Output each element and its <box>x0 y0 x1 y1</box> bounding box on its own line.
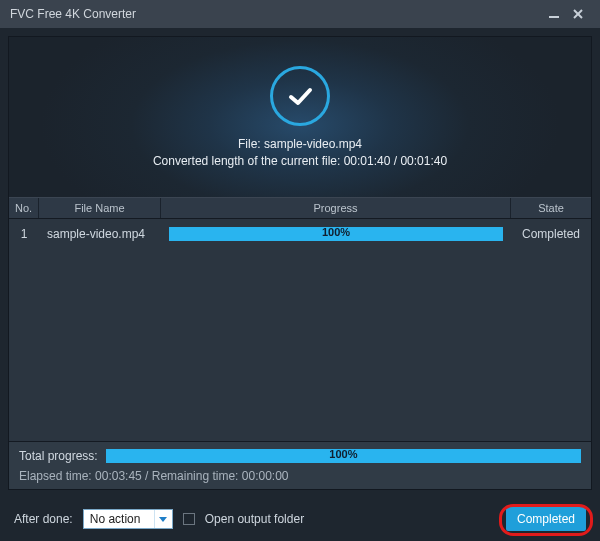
cell-state: Completed <box>511 227 591 241</box>
completed-button[interactable]: Completed <box>506 507 586 531</box>
col-no: No. <box>9 198 39 218</box>
after-done-value: No action <box>90 512 141 526</box>
col-progress: Progress <box>161 198 511 218</box>
app-title: FVC Free 4K Converter <box>10 7 136 21</box>
col-file-name: File Name <box>39 198 161 218</box>
status-hero: File: sample-video.mp4 Converted length … <box>9 37 591 197</box>
hero-converted-line: Converted length of the current file: 00… <box>153 154 447 168</box>
chevron-down-icon <box>154 510 172 528</box>
after-done-select[interactable]: No action <box>83 509 173 529</box>
empty-table-area <box>9 249 591 441</box>
table-row: 1 sample-video.mp4 100% Completed <box>9 219 591 249</box>
success-check-icon <box>270 66 330 126</box>
hero-file-label: File: sample-video.mp4 <box>238 137 362 151</box>
cell-name: sample-video.mp4 <box>39 227 161 241</box>
elapsed-remaining: Elapsed time: 00:03:45 / Remaining time:… <box>19 469 581 483</box>
total-progress-pct: 100% <box>106 448 581 460</box>
open-output-checkbox[interactable] <box>183 513 195 525</box>
close-button[interactable] <box>566 8 590 20</box>
total-progress-bar: 100% <box>106 449 581 463</box>
cell-progress: 100% <box>161 227 511 241</box>
col-state: State <box>511 198 591 218</box>
totals-panel: Total progress: 100% Elapsed time: 00:03… <box>9 441 591 489</box>
titlebar: FVC Free 4K Converter <box>0 0 600 28</box>
table-header: No. File Name Progress State <box>9 197 591 219</box>
svg-marker-3 <box>159 517 167 522</box>
completed-button-label: Completed <box>517 512 575 526</box>
row-progress-bar: 100% <box>169 227 503 241</box>
after-done-label: After done: <box>14 512 73 526</box>
cell-no: 1 <box>9 227 39 241</box>
total-progress-label: Total progress: <box>19 449 98 463</box>
content-panel: File: sample-video.mp4 Converted length … <box>8 36 592 490</box>
open-output-label: Open output folder <box>205 512 304 526</box>
minimize-button[interactable] <box>542 8 566 20</box>
footer-bar: After done: No action Open output folder… <box>0 498 600 540</box>
row-progress-pct: 100% <box>169 226 503 238</box>
